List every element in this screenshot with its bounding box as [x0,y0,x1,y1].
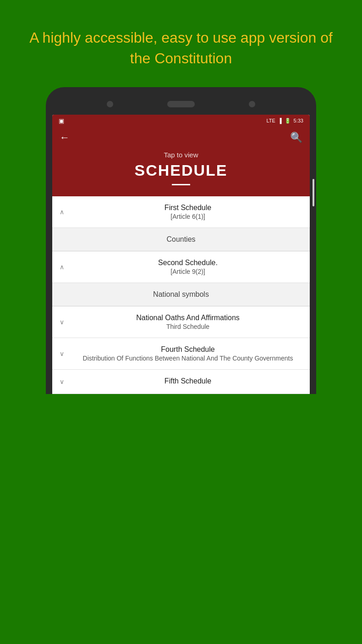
list-item[interactable]: ∨ Fourth Schedule Distribution Of Functi… [52,338,310,370]
back-button[interactable]: ← [60,132,70,144]
section-header-counties: Counties [52,228,310,251]
item-title: Fifth Schedule [75,377,301,385]
list-item[interactable]: ∧ First Schedule [Article 6(1)] [52,196,310,228]
item-title: Fourth Schedule [75,345,301,354]
green-background: A highly accessible, easy to use app ver… [0,0,362,394]
app-tagline: A highly accessible, easy to use app ver… [18,28,344,69]
chevron-up-icon-2: ∧ [60,263,64,271]
chevron-down-icon-3: ∨ [60,378,64,385]
item-title: First Schedule [75,204,301,212]
schedule-list: ∧ First Schedule [Article 6(1)] Counties… [52,196,310,394]
chevron-up-icon: ∧ [60,208,64,216]
header-subtitle: Tap to view [60,151,302,159]
section-header-national-symbols: National symbols [52,283,310,306]
header-title: SCHEDULE [60,161,302,179]
chevron-down-icon: ∨ [60,318,64,326]
phone-speaker [167,101,195,107]
item-title: National Oaths And Affirmations [75,314,301,322]
header-nav: ← 🔍 [60,132,302,144]
list-item[interactable]: ∨ National Oaths And Affirmations Third … [52,306,310,338]
signal-icon: ▐ [278,118,282,123]
phone-mockup: ▣ LTE ▐ 🔋 5:33 ← 🔍 Tap to view SCHEDULE [18,87,344,394]
chevron-down-icon-2: ∨ [60,350,64,357]
phone-top-bar [52,96,310,115]
search-button[interactable]: 🔍 [290,132,302,144]
status-bar: ▣ LTE ▐ 🔋 5:33 [52,115,310,127]
phone-outer: ▣ LTE ▐ 🔋 5:33 ← 🔍 Tap to view SCHEDULE [46,87,316,394]
item-subtitle: Third Schedule [75,323,301,330]
list-item[interactable]: ∧ Second Schedule. [Article 9(2)] [52,251,310,283]
phone-screen: ▣ LTE ▐ 🔋 5:33 ← 🔍 Tap to view SCHEDULE [52,115,310,394]
header-underline [172,184,190,185]
status-bar-icon-left: ▣ [59,117,64,124]
phone-camera-2 [249,101,255,107]
phone-camera [107,101,113,107]
item-subtitle: [Article 6(1)] [75,213,301,220]
list-item[interactable]: ∨ Fifth Schedule [52,370,310,394]
item-subtitle: [Article 9(2)] [75,268,301,275]
time-display: 5:33 [294,118,303,123]
app-header: ← 🔍 Tap to view SCHEDULE [52,127,310,196]
item-subtitle: Distribution Of Functions Between Nation… [75,355,301,362]
lte-icon: LTE [266,118,275,123]
item-title: Second Schedule. [75,259,301,267]
battery-icon: 🔋 [285,118,291,124]
